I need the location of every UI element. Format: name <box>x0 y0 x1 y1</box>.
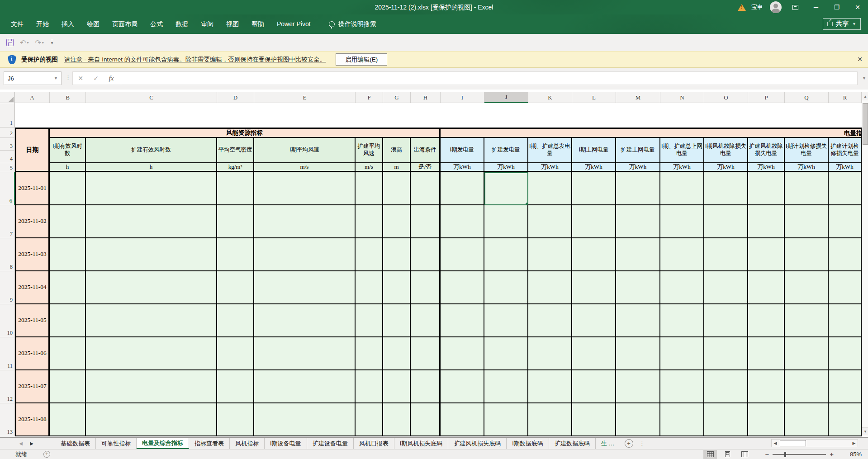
cell-O13[interactable] <box>704 403 748 436</box>
column-title-F[interactable]: 扩建平均风速 <box>356 138 383 163</box>
zoom-slider-thumb[interactable] <box>784 452 786 457</box>
cell-B7[interactable] <box>50 205 86 238</box>
menu-tab-6[interactable]: 数据 <box>169 14 194 34</box>
insert-function-icon[interactable]: fx <box>104 75 119 82</box>
unit-cell-M[interactable]: 万kWh <box>616 163 660 172</box>
unit-cell-K[interactable]: 万kWh <box>528 163 572 172</box>
menu-tab-7[interactable]: 审阅 <box>194 14 220 34</box>
unit-cell-I[interactable]: 万kWh <box>441 163 484 172</box>
cell-L11[interactable] <box>572 337 616 370</box>
row-header-13[interactable]: 13 <box>0 403 15 436</box>
cell-R9[interactable] <box>829 271 862 304</box>
sheet-tab-6[interactable]: I期设备电量 <box>265 438 307 449</box>
cell-J11[interactable] <box>484 337 528 370</box>
name-box[interactable]: J6 ▼ <box>4 71 62 85</box>
row-header-7[interactable]: 7 <box>0 205 15 238</box>
scroll-left-icon[interactable]: ◀ <box>772 440 779 447</box>
cell-D13[interactable] <box>217 403 254 436</box>
cell-E10[interactable] <box>254 304 356 337</box>
unit-cell-G[interactable]: m <box>383 163 411 172</box>
column-header-G[interactable]: G <box>383 92 411 103</box>
enable-editing-button[interactable]: 启用编辑(E) <box>336 53 387 66</box>
cell-Q12[interactable] <box>785 370 829 403</box>
cell-O9[interactable] <box>704 271 748 304</box>
column-title-B[interactable]: I期有效风时数 <box>50 138 86 163</box>
cell-N10[interactable] <box>660 304 704 337</box>
cell-K9[interactable] <box>528 271 572 304</box>
cell-G7[interactable] <box>383 205 411 238</box>
unit-cell-P[interactable]: 万kWh <box>748 163 785 172</box>
cell-J10[interactable] <box>484 304 528 337</box>
normal-view-button[interactable] <box>703 450 717 459</box>
sheet-tab-2[interactable]: 可靠性指标 <box>96 438 137 449</box>
cell-I9[interactable] <box>441 271 484 304</box>
cell-F13[interactable] <box>356 403 383 436</box>
column-header-O[interactable]: O <box>704 92 748 103</box>
cell-M9[interactable] <box>616 271 660 304</box>
column-title-I[interactable]: I期发电量 <box>441 138 484 163</box>
cell-L6[interactable] <box>572 172 616 205</box>
menu-tab-2[interactable]: 插入 <box>55 14 81 34</box>
cell-L7[interactable] <box>572 205 616 238</box>
cell-B12[interactable] <box>50 370 86 403</box>
cell-F7[interactable] <box>356 205 383 238</box>
cell-N7[interactable] <box>660 205 704 238</box>
row-header-11[interactable]: 11 <box>0 337 15 370</box>
row-header-5[interactable]: 5 <box>0 163 15 172</box>
cell-I7[interactable] <box>441 205 484 238</box>
cell-M10[interactable] <box>616 304 660 337</box>
date-cell-2025-11-01[interactable]: 2025-11-01 <box>15 172 50 205</box>
close-button[interactable]: ✕ <box>847 0 868 14</box>
row-header-2[interactable]: 2 <box>0 128 15 138</box>
page-layout-view-button[interactable] <box>721 450 734 459</box>
cell-Q7[interactable] <box>785 205 829 238</box>
selected-cell-J6[interactable] <box>484 172 528 205</box>
cell-F8[interactable] <box>356 238 383 271</box>
cell-L9[interactable] <box>572 271 616 304</box>
cell-C8[interactable] <box>86 238 217 271</box>
name-box-splitter[interactable]: ⋮ <box>65 74 71 81</box>
tell-me-search[interactable]: 操作说明搜索 <box>329 20 376 28</box>
cell-F6[interactable] <box>356 172 383 205</box>
warning-icon[interactable] <box>736 0 748 14</box>
sheet-tab-12[interactable]: 扩建数据底码 <box>549 438 596 449</box>
cell-K12[interactable] <box>528 370 572 403</box>
cell-B11[interactable] <box>50 337 86 370</box>
menu-tab-3[interactable]: 绘图 <box>81 14 106 34</box>
cell-G10[interactable] <box>383 304 411 337</box>
menu-tab-10[interactable]: Power Pivot <box>270 14 317 34</box>
cell-Q13[interactable] <box>785 403 829 436</box>
unit-cell-B[interactable]: h <box>50 163 86 172</box>
zoom-slider[interactable] <box>773 454 826 455</box>
sheet-tab-9[interactable]: I期风机损失底码 <box>394 438 449 449</box>
row-header-6[interactable]: 6 <box>0 172 15 205</box>
sheet-tab-1[interactable]: 基础数据表 <box>55 438 96 449</box>
cell-K11[interactable] <box>528 337 572 370</box>
cell-G6[interactable] <box>383 172 411 205</box>
column-header-J[interactable]: J <box>484 92 528 103</box>
cell-B13[interactable] <box>50 403 86 436</box>
avatar[interactable] <box>767 0 785 14</box>
close-icon[interactable]: ✕ <box>857 56 863 63</box>
date-column-header[interactable]: 日期 <box>15 128 50 172</box>
cell-G8[interactable] <box>383 238 411 271</box>
unit-cell-R[interactable]: 万kWh <box>829 163 862 172</box>
sheet-tab-4[interactable]: 指标查看表 <box>189 438 230 449</box>
date-cell-2025-11-07[interactable]: 2025-11-07 <box>15 370 50 403</box>
cell-H7[interactable] <box>411 205 441 238</box>
cell-G13[interactable] <box>383 403 411 436</box>
cell-P9[interactable] <box>748 271 785 304</box>
cell-E11[interactable] <box>254 337 356 370</box>
cell-G11[interactable] <box>383 337 411 370</box>
cell-D12[interactable] <box>217 370 254 403</box>
cell-K8[interactable] <box>528 238 572 271</box>
cell-L12[interactable] <box>572 370 616 403</box>
column-header-B[interactable]: B <box>50 92 86 103</box>
cell-P12[interactable] <box>748 370 785 403</box>
fill-handle[interactable] <box>525 202 528 205</box>
cancel-icon[interactable]: ✕ <box>73 75 88 82</box>
cell-H9[interactable] <box>411 271 441 304</box>
redo-button[interactable]: ↷▾ <box>35 38 43 47</box>
row-header-8[interactable]: 8 <box>0 238 15 271</box>
cell-J7[interactable] <box>484 205 528 238</box>
